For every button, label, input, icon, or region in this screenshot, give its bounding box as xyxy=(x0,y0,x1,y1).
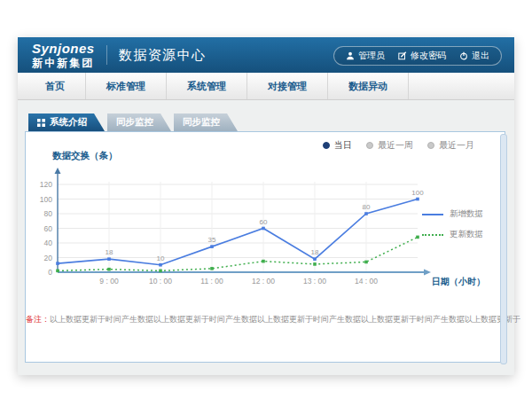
change-password-label: 修改密码 xyxy=(411,50,446,62)
user-admin-label: 管理员 xyxy=(358,50,385,62)
vertical-scrollbar[interactable] xyxy=(500,134,507,364)
svg-text:14 : 00: 14 : 00 xyxy=(355,277,378,286)
svg-text:10: 10 xyxy=(157,254,165,262)
radio-dot-icon xyxy=(323,142,330,149)
radio-option-last-week[interactable]: 最近一周 xyxy=(366,139,413,152)
tab-label: 同步监控 xyxy=(116,116,153,129)
svg-text:10 : 00: 10 : 00 xyxy=(149,277,172,286)
svg-text:100: 100 xyxy=(411,189,424,197)
svg-text:60: 60 xyxy=(44,224,53,233)
svg-text:12 : 00: 12 : 00 xyxy=(252,277,275,286)
tab-sync-monitor-1[interactable]: 同步监控 xyxy=(107,113,171,131)
svg-text:40: 40 xyxy=(44,239,53,247)
nav-item-interface-mgmt[interactable]: 对接管理 xyxy=(247,73,328,99)
svg-text:18: 18 xyxy=(106,248,113,256)
svg-text:80: 80 xyxy=(363,203,371,211)
company-logo[interactable]: Synjones 新中新集团 xyxy=(32,42,95,68)
radio-label: 当日 xyxy=(334,139,352,152)
logo-english: Synjones xyxy=(32,42,95,55)
legend-item-updated-data[interactable]: 更新数据 xyxy=(422,229,483,240)
logout-button[interactable]: 退出 xyxy=(459,50,489,62)
tab-label: 同步监控 xyxy=(183,116,220,129)
logout-label: 退出 xyxy=(472,50,489,62)
chart-card: 当日 最近一周 最近一月 数据交换（条） 0204060801001209 : … xyxy=(25,131,505,363)
svg-text:11 : 00: 11 : 00 xyxy=(200,277,223,286)
app-header: Synjones 新中新集团 数据资源中心 管理员 修改密码 xyxy=(18,37,514,73)
nav-item-data-change[interactable]: 数据异动 xyxy=(328,73,409,99)
nav-item-system-mgmt[interactable]: 系统管理 xyxy=(167,73,247,99)
svg-text:9 : 00: 9 : 00 xyxy=(99,277,119,286)
footnote-prefix: 备注： xyxy=(26,315,50,324)
nav-item-standard-mgmt[interactable]: 标准管理 xyxy=(86,73,167,99)
dotted-line-icon xyxy=(422,234,443,236)
content-area: 系统介绍 同步监控 同步监控 当日 最近一周 xyxy=(18,100,514,375)
user-admin-button[interactable]: 管理员 xyxy=(346,50,385,62)
svg-text:80: 80 xyxy=(44,209,53,218)
tab-label: 系统介绍 xyxy=(50,116,87,129)
power-icon xyxy=(459,51,468,60)
solid-line-icon xyxy=(422,214,443,215)
time-range-filter: 当日 最近一周 最近一月 xyxy=(323,139,474,152)
nav-item-home[interactable]: 首页 xyxy=(25,73,86,99)
y-axis-title: 数据交换（条） xyxy=(52,150,118,162)
app-window: Synjones 新中新集团 数据资源中心 管理员 修改密码 xyxy=(18,37,514,375)
svg-text:18: 18 xyxy=(311,248,319,256)
radio-dot-icon xyxy=(366,142,373,149)
footnote: 备注：以上数据更新于时间产生数据以上数据更新于时间产生数据以上数据更新于时间产生… xyxy=(26,314,505,325)
legend-item-new-data[interactable]: 新增数据 xyxy=(422,208,483,220)
svg-text:35: 35 xyxy=(208,236,216,244)
user-icon xyxy=(346,51,355,60)
radio-dot-icon xyxy=(427,142,434,149)
svg-text:60: 60 xyxy=(260,218,268,226)
logo-chinese: 新中新集团 xyxy=(32,58,95,68)
legend-label: 更新数据 xyxy=(450,229,483,240)
svg-text:20: 20 xyxy=(44,254,53,262)
svg-text:100: 100 xyxy=(40,195,52,204)
user-menu: 管理员 修改密码 退出 xyxy=(333,46,502,66)
app-title: 数据资源中心 xyxy=(119,47,207,64)
svg-text:日期（小时）: 日期（小时） xyxy=(432,277,485,286)
footnote-text: 以上数据更新于时间产生数据以上数据更新于时间产生数据以上数据更新于时间产生数据以… xyxy=(50,315,520,324)
radio-option-last-month[interactable]: 最近一月 xyxy=(427,139,474,152)
tab-system-intro[interactable]: 系统介绍 xyxy=(28,113,105,131)
radio-option-today[interactable]: 当日 xyxy=(323,139,352,152)
legend-label: 新增数据 xyxy=(450,208,483,220)
svg-text:120: 120 xyxy=(40,180,52,189)
grid-icon xyxy=(37,119,45,127)
header-divider xyxy=(106,45,107,65)
radio-label: 最近一周 xyxy=(378,139,413,152)
chart-legend: 新增数据 更新数据 xyxy=(422,208,483,249)
tab-bar: 系统介绍 同步监控 同步监控 xyxy=(28,113,238,131)
tab-sync-monitor-2[interactable]: 同步监控 xyxy=(174,113,238,131)
svg-text:0: 0 xyxy=(48,268,52,277)
edit-icon xyxy=(398,51,407,60)
main-nav: 首页 标准管理 系统管理 对接管理 数据异动 xyxy=(18,73,514,100)
change-password-button[interactable]: 修改密码 xyxy=(398,50,446,62)
radio-label: 最近一月 xyxy=(439,139,474,152)
svg-text:13 : 00: 13 : 00 xyxy=(303,277,326,286)
